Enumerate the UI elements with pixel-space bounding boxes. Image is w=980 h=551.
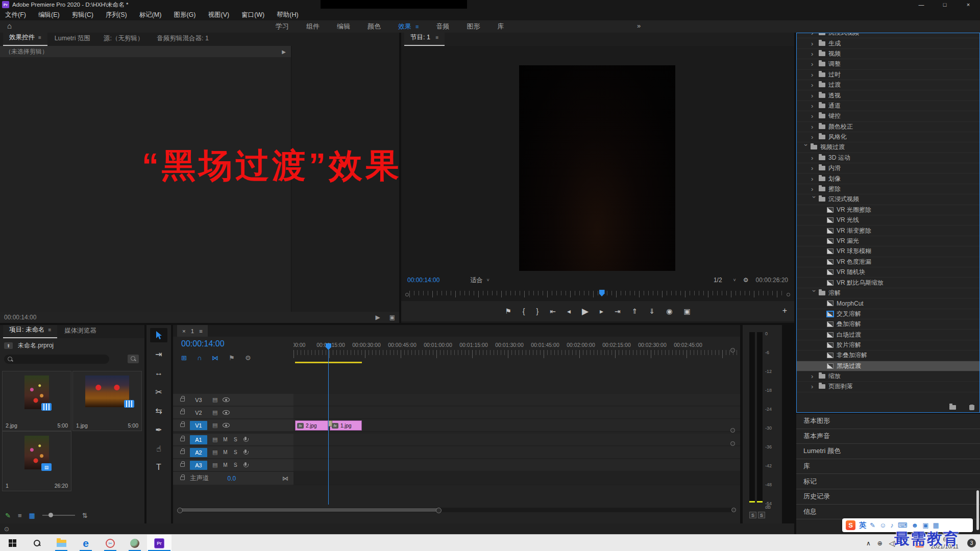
effects-folder-风格化[interactable]: ›风格化: [797, 132, 979, 142]
panel-menu-icon[interactable]: ≡: [415, 23, 419, 30]
effect-item-胶片溶解[interactable]: 胶片溶解: [797, 340, 979, 350]
chevron-right-icon[interactable]: ›: [811, 186, 818, 192]
track-target-A3[interactable]: A3: [190, 461, 207, 470]
mark-in-icon[interactable]: {: [523, 307, 525, 315]
effect-item-交叉溶解[interactable]: 交叉溶解: [797, 309, 979, 319]
effects-folder-过渡[interactable]: ›过渡: [797, 80, 979, 90]
step-back-icon[interactable]: ◂: [567, 307, 571, 315]
effects-folder-沉浸式视频[interactable]: ›沉浸式视频: [797, 33, 979, 38]
razor-tool[interactable]: ✂: [150, 385, 167, 399]
home-icon[interactable]: ⌂: [7, 21, 12, 30]
sync-lock-icon[interactable]: ▤: [212, 449, 217, 456]
sync-lock-icon[interactable]: ▤: [212, 409, 217, 416]
tab-媒体浏览器[interactable]: 媒体浏览器: [58, 325, 103, 338]
nest-toggle-icon[interactable]: ⊞: [181, 354, 187, 362]
mark-out-icon[interactable]: }: [536, 307, 539, 315]
track-target-V1[interactable]: V1: [190, 421, 207, 430]
panel-header-标记[interactable]: 标记: [796, 474, 980, 489]
ime-person-icon[interactable]: ☻: [911, 521, 918, 529]
panel-menu-icon[interactable]: ≡: [48, 327, 51, 333]
timeline-playhead[interactable]: [326, 343, 331, 350]
zoom-knob[interactable]: [730, 348, 735, 353]
panel-header-历史记录[interactable]: 历史记录: [796, 489, 980, 505]
timeline-ruler[interactable]: 00:00:0000:00:15:0000:00:30:0000:00:45:0…: [293, 342, 740, 349]
effects-folder-3D 运动[interactable]: ›3D 运动: [797, 153, 979, 163]
track-header-V1[interactable]: V1▤: [173, 419, 293, 432]
track-content-V2[interactable]: [293, 407, 740, 419]
edge-browser-button[interactable]: e: [74, 535, 98, 551]
ime-skin-icon[interactable]: ▣: [922, 521, 928, 529]
effects-folder-生成[interactable]: ›生成: [797, 38, 979, 48]
hidden-icons-chevron[interactable]: ∧: [866, 540, 871, 547]
chevron-right-icon[interactable]: ›: [811, 134, 818, 140]
menu-item-序[interactable]: 序列(S): [106, 11, 127, 19]
menu-item-文[interactable]: 文件(F): [5, 11, 26, 19]
ripple-edit-tool[interactable]: ↔: [150, 366, 167, 380]
sort-icon[interactable]: ⇅: [82, 512, 88, 519]
step-forward-icon[interactable]: ▸: [600, 307, 603, 315]
lock-icon[interactable]: [180, 450, 185, 454]
list-view-icon[interactable]: ≡: [18, 512, 22, 519]
start-button[interactable]: [0, 535, 24, 551]
effect-item-VR 渐变擦除[interactable]: VR 渐变擦除: [797, 226, 979, 236]
effect-item-非叠加溶解[interactable]: 非叠加溶解: [797, 350, 979, 361]
lift-icon[interactable]: ⇑: [632, 307, 638, 315]
sequence-badge-icon[interactable]: ▤: [41, 463, 52, 471]
track-visibility-icon[interactable]: [223, 423, 230, 428]
workspace-tab-音频[interactable]: 音频: [436, 22, 449, 31]
track-content-A2[interactable]: [293, 446, 740, 459]
playback-resolution-dropdown[interactable]: 1/2: [714, 277, 722, 284]
navigate-up-icon[interactable]: ⬆: [4, 342, 13, 349]
chevron-down-icon[interactable]: ›: [811, 196, 818, 203]
type-tool[interactable]: T: [150, 460, 167, 474]
track-header-A3[interactable]: A3▤MS: [173, 459, 293, 471]
effects-folder-擦除[interactable]: ›擦除: [797, 184, 979, 194]
project-writable-icon[interactable]: ✎: [5, 512, 11, 519]
track-content-V1[interactable]: fx2.jpgfx1.jpg: [293, 419, 740, 432]
effects-folder-缩放[interactable]: ›缩放: [797, 371, 979, 382]
horizontal-scrollbar-handle[interactable]: [179, 508, 439, 512]
chevron-right-icon[interactable]: ›: [811, 33, 818, 36]
menu-item-编[interactable]: 编辑(E): [38, 11, 60, 19]
master-track-header[interactable]: 主声道0.0⋈: [173, 472, 293, 485]
lock-icon[interactable]: [180, 411, 185, 414]
chevron-right-icon[interactable]: ›: [811, 123, 818, 130]
workspace-tab-图形[interactable]: 图形: [467, 22, 480, 31]
track-content-V3[interactable]: [293, 394, 740, 406]
item-name[interactable]: 1.jpg: [76, 422, 88, 429]
new-bin-icon[interactable]: [949, 405, 956, 410]
track-header-V2[interactable]: V2▤: [173, 407, 293, 419]
chevron-down-icon[interactable]: ›: [803, 144, 810, 151]
master-volume-value[interactable]: 0.0: [228, 475, 236, 482]
pan-icon[interactable]: ⋈: [282, 475, 288, 482]
slip-tool[interactable]: ⇆: [150, 404, 167, 418]
tab-效果控件[interactable]: 效果控件≡: [3, 33, 47, 46]
ime-keyboard-icon[interactable]: ⌨: [898, 521, 908, 529]
selection-tool[interactable]: [150, 328, 167, 342]
add-marker-icon[interactable]: ⚑: [505, 307, 511, 315]
play-icon[interactable]: ▶: [375, 314, 380, 321]
menu-item-图[interactable]: 图形(G): [174, 11, 195, 19]
scrollbar[interactable]: [976, 490, 979, 530]
scrubber-left-knob[interactable]: [405, 293, 409, 296]
ime-pen-icon[interactable]: ✎: [870, 521, 875, 529]
solo-left-button[interactable]: S: [749, 512, 756, 518]
notification-badge[interactable]: 3: [967, 539, 976, 547]
photos-app-button[interactable]: [122, 535, 147, 551]
record-mic-icon[interactable]: [243, 437, 248, 443]
sync-lock-icon[interactable]: ▤: [212, 462, 217, 468]
effects-folder-调整[interactable]: ›调整: [797, 59, 979, 69]
track-visibility-icon[interactable]: [223, 397, 230, 402]
lock-icon[interactable]: [180, 463, 185, 467]
project-item-1.jpg[interactable]: 1.jpg5:00: [72, 371, 142, 431]
panel-menu-icon[interactable]: ≡: [38, 35, 41, 40]
effect-item-白场过渡[interactable]: 白场过渡: [797, 330, 979, 340]
menu-item-标[interactable]: 标记(M): [139, 11, 162, 19]
workspace-overflow-icon[interactable]: »: [637, 22, 641, 30]
filmstrip-badge-icon[interactable]: [41, 403, 52, 411]
solo-button[interactable]: S: [233, 437, 238, 442]
scroll-knob[interactable]: [730, 441, 735, 446]
panel-menu-icon[interactable]: ≡: [199, 328, 203, 334]
effect-item-VR 默比乌斯缩放[interactable]: VR 默比乌斯缩放: [797, 278, 979, 288]
effects-folder-页面剥落[interactable]: ›页面剥落: [797, 382, 979, 392]
